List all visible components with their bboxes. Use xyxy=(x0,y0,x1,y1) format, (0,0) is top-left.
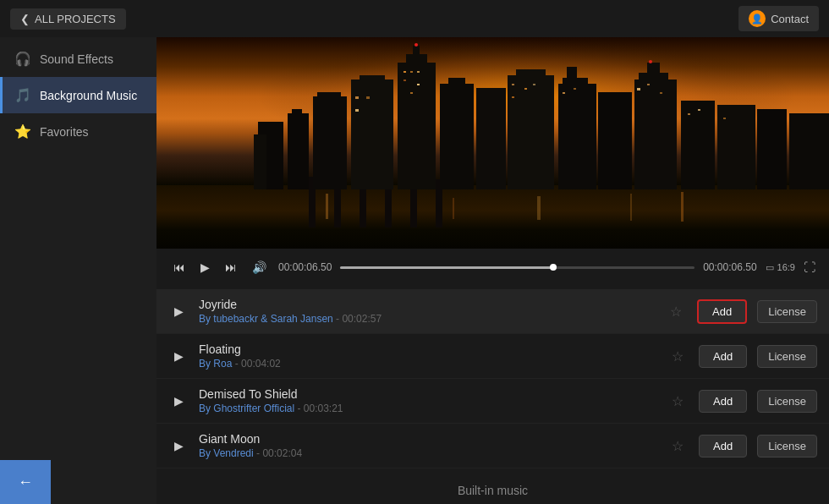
play-track-1-button[interactable]: ▶ xyxy=(168,301,189,321)
svg-rect-7 xyxy=(681,192,684,222)
svg-rect-6 xyxy=(630,194,632,221)
svg-rect-27 xyxy=(417,71,420,73)
aspect-ratio-icon: ▭ xyxy=(766,262,774,273)
svg-rect-14 xyxy=(258,122,283,189)
current-time: 00:00:06.50 xyxy=(278,261,332,273)
license-track-4-button[interactable]: License xyxy=(757,435,817,457)
svg-rect-0 xyxy=(156,37,829,185)
svg-rect-47 xyxy=(355,96,359,99)
volume-button[interactable]: 🔊 xyxy=(249,259,270,276)
favorite-track-2-button[interactable]: ☆ xyxy=(667,347,689,366)
track-4-artist-link[interactable]: By Vendredi xyxy=(199,447,254,459)
svg-rect-4 xyxy=(453,198,454,219)
city-skyline-svg xyxy=(156,37,829,249)
svg-rect-1 xyxy=(156,37,829,185)
all-projects-label: ALL PROJECTS xyxy=(35,13,116,25)
skip-back-button[interactable]: ⏮ xyxy=(170,259,189,276)
play-button[interactable]: ▶ xyxy=(197,259,213,276)
track-row-1: ▶ Joyride By tubebackr & Sarah Jansen - … xyxy=(156,289,829,334)
svg-rect-24 xyxy=(413,46,420,56)
contact-avatar-icon: 👤 xyxy=(749,10,766,27)
progress-bar[interactable] xyxy=(340,266,694,269)
favorite-track-4-button[interactable]: ☆ xyxy=(667,436,689,456)
svg-rect-5 xyxy=(537,196,541,220)
main-layout: 🎧 Sound Effects 🎵 Background Music ⭐ Fav… xyxy=(0,37,829,504)
aspect-ratio-button[interactable]: ▭ 16:9 xyxy=(766,262,795,273)
svg-point-63 xyxy=(649,60,652,63)
svg-rect-23 xyxy=(406,54,427,63)
track-1-meta: By tubebackr & Sarah Jansen - 00:02:57 xyxy=(199,313,655,325)
track-2-title: Floating xyxy=(199,342,656,356)
svg-rect-40 xyxy=(634,79,677,189)
back-arrow-button[interactable]: ← xyxy=(0,460,51,504)
svg-rect-41 xyxy=(639,73,668,80)
sidebar-bottom: ← xyxy=(0,460,156,504)
svg-rect-51 xyxy=(524,88,527,90)
track-3-info: Demised To Shield By Ghostrifter Officia… xyxy=(199,387,656,414)
add-track-3-button[interactable]: Add xyxy=(699,390,747,413)
track-row-3: ▶ Demised To Shield By Ghostrifter Offic… xyxy=(156,379,829,424)
svg-rect-49 xyxy=(355,109,359,112)
sidebar: 🎧 Sound Effects 🎵 Background Music ⭐ Fav… xyxy=(0,37,156,504)
track-1-duration: - 00:02:57 xyxy=(336,313,382,325)
footer-label: Built-in music xyxy=(156,477,829,504)
svg-rect-11 xyxy=(385,181,392,227)
svg-rect-16 xyxy=(288,113,309,189)
sidebar-item-background-music[interactable]: 🎵 Background Music xyxy=(0,77,156,113)
sidebar-label-background-music: Background Music xyxy=(40,89,137,102)
svg-rect-52 xyxy=(533,84,535,85)
license-track-3-button[interactable]: License xyxy=(757,390,817,413)
svg-rect-26 xyxy=(410,71,413,73)
all-projects-button[interactable]: ❮ ALL PROJECTS xyxy=(10,8,126,30)
track-1-info: Joyride By tubebackr & Sarah Jansen - 00… xyxy=(199,298,655,325)
track-3-artist-link[interactable]: By Ghostrifter Official xyxy=(199,403,294,414)
svg-rect-48 xyxy=(366,96,370,99)
top-bar: ❮ ALL PROJECTS 👤 Contact xyxy=(0,0,829,37)
svg-rect-28 xyxy=(404,79,406,81)
track-1-artist-link[interactable]: By tubebackr & Sarah Jansen xyxy=(199,313,333,325)
svg-rect-32 xyxy=(448,78,465,85)
svg-point-62 xyxy=(414,43,418,47)
play-track-3-button[interactable]: ▶ xyxy=(168,391,189,411)
svg-rect-9 xyxy=(334,179,341,227)
video-preview xyxy=(156,37,829,249)
play-track-4-button[interactable]: ▶ xyxy=(168,436,189,456)
contact-button[interactable]: 👤 Contact xyxy=(738,6,819,31)
svg-rect-43 xyxy=(681,101,715,189)
progress-dot xyxy=(550,264,557,271)
track-4-meta: By Vendredi - 00:02:04 xyxy=(199,447,656,459)
add-track-2-button[interactable]: Add xyxy=(699,345,747,368)
svg-rect-12 xyxy=(410,177,417,227)
video-thumbnail xyxy=(156,37,829,249)
fullscreen-button[interactable]: ⛶ xyxy=(804,260,815,274)
svg-rect-22 xyxy=(398,63,436,189)
add-track-4-button[interactable]: Add xyxy=(699,435,747,457)
progress-fill xyxy=(340,266,552,269)
svg-rect-8 xyxy=(309,177,316,227)
svg-rect-44 xyxy=(717,105,755,189)
svg-rect-31 xyxy=(440,84,474,189)
svg-rect-50 xyxy=(512,84,514,85)
svg-rect-10 xyxy=(360,174,366,227)
svg-rect-13 xyxy=(436,179,442,227)
aspect-ratio-label: 16:9 xyxy=(777,262,795,272)
svg-rect-38 xyxy=(567,67,577,79)
chevron-left-icon: ❮ xyxy=(20,13,30,25)
add-track-1-button[interactable]: Add xyxy=(697,299,747,324)
svg-rect-20 xyxy=(351,79,393,189)
favorite-track-3-button[interactable]: ☆ xyxy=(667,392,689,411)
license-track-2-button[interactable]: License xyxy=(757,345,817,368)
play-track-2-button[interactable]: ▶ xyxy=(168,346,189,366)
track-2-artist-link[interactable]: By Roa xyxy=(199,358,232,370)
license-track-1-button[interactable]: License xyxy=(757,300,817,323)
sidebar-item-favorites[interactable]: ⭐ Favorites xyxy=(0,113,156,150)
svg-rect-19 xyxy=(317,92,341,96)
svg-rect-3 xyxy=(326,194,328,219)
favorite-track-1-button[interactable]: ☆ xyxy=(665,302,687,321)
sidebar-item-sound-effects[interactable]: 🎧 Sound Effects xyxy=(0,41,156,77)
total-time: 00:00:06.50 xyxy=(703,261,756,273)
background-music-icon: 🎵 xyxy=(14,87,31,103)
skip-forward-button[interactable]: ⏭ xyxy=(222,259,240,276)
contact-label: Contact xyxy=(771,13,809,25)
svg-rect-61 xyxy=(723,118,726,119)
